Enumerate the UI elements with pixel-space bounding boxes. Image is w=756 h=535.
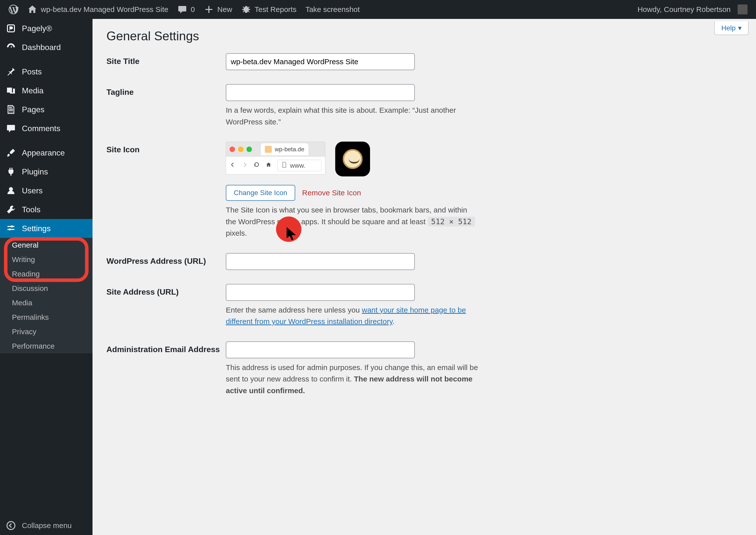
my-account[interactable]: Howdy, Courtney Robertson — [633, 0, 752, 19]
plug-icon — [6, 167, 16, 177]
mac-min-icon — [238, 147, 243, 152]
comments-link[interactable]: 0 — [173, 0, 200, 19]
menu-pages[interactable]: Pages — [0, 100, 93, 119]
menu-pagely[interactable]: Pagely® — [0, 19, 93, 38]
back-icon — [230, 161, 236, 170]
collapse-menu[interactable]: Collapse menu — [0, 516, 93, 535]
menu-pagely-label: Pagely® — [22, 24, 52, 33]
menu-dashboard-label: Dashboard — [22, 43, 61, 52]
site-name[interactable]: wp-beta.dev Managed WordPress Site — [23, 0, 173, 19]
submenu-media[interactable]: Media — [0, 296, 93, 310]
comments-icon — [6, 124, 16, 133]
label-tagline: Tagline — [106, 84, 226, 97]
collapse-label: Collapse menu — [22, 521, 72, 530]
pages-icon — [6, 104, 16, 114]
comments-count: 0 — [191, 5, 195, 14]
menu-comments-label: Comments — [22, 124, 61, 133]
brush-icon — [6, 148, 16, 158]
home-icon — [265, 161, 272, 170]
media-icon — [6, 86, 16, 96]
submenu-performance[interactable]: Performance — [0, 339, 93, 353]
screenshot-label: Take screenshot — [305, 5, 360, 14]
submenu-permalinks[interactable]: Permalinks — [0, 310, 93, 324]
row-wp-url: WordPress Address (URL) — [106, 253, 742, 270]
row-site-title: Site Title — [106, 53, 742, 70]
menu-media[interactable]: Media — [0, 81, 93, 100]
menu-users[interactable]: Users — [0, 181, 93, 200]
row-site-icon: Site Icon wp-beta.de — [106, 142, 742, 239]
label-site-title: Site Title — [106, 53, 226, 66]
submenu-privacy[interactable]: Privacy — [0, 324, 93, 339]
remove-site-icon-link[interactable]: Remove Site Icon — [302, 189, 361, 197]
test-reports-label: Test Reports — [255, 5, 296, 14]
submenu-writing[interactable]: Writing — [0, 252, 93, 267]
menu-tools[interactable]: Tools — [0, 200, 93, 219]
label-admin-email: Administration Email Address — [106, 341, 226, 354]
change-site-icon-button[interactable]: Change Site Icon — [226, 185, 295, 201]
submenu-discussion[interactable]: Discussion — [0, 281, 93, 296]
menu-settings[interactable]: Settings — [0, 219, 93, 238]
user-icon — [6, 185, 16, 196]
menu-posts[interactable]: Posts — [0, 62, 93, 81]
take-screenshot[interactable]: Take screenshot — [301, 0, 364, 19]
desc-site-icon: The Site Icon is what you see in browser… — [226, 204, 479, 239]
pin-icon — [6, 67, 16, 77]
svg-point-2 — [9, 228, 11, 230]
forward-icon — [241, 161, 248, 170]
avatar — [738, 5, 747, 14]
label-site-url: Site Address (URL) — [106, 284, 226, 296]
menu-media-label: Media — [22, 86, 43, 95]
menu-appearance[interactable]: Appearance — [0, 143, 93, 162]
new-content[interactable]: New — [200, 0, 237, 19]
submenu-reading[interactable]: Reading — [0, 267, 93, 281]
menu-dashboard[interactable]: Dashboard — [0, 38, 93, 57]
admin-bar: wp-beta.dev Managed WordPress Site 0 New… — [0, 0, 756, 19]
test-reports[interactable]: Test Reports — [237, 0, 301, 19]
favicon-preview-browser: wp-beta.de www. — [226, 142, 325, 174]
svg-point-3 — [7, 521, 15, 529]
chevron-down-icon: ▾ — [738, 24, 742, 32]
settings-submenu: General Writing Reading Discussion Media… — [0, 238, 93, 353]
mac-close-icon — [230, 147, 235, 152]
submenu-general[interactable]: General — [0, 238, 93, 252]
admin-menu: Pagely® Dashboard Posts Media Pages Comm… — [0, 19, 93, 535]
dashboard-icon — [6, 42, 16, 52]
bug-icon — [241, 5, 251, 14]
menu-plugins[interactable]: Plugins — [0, 162, 93, 181]
input-wp-url[interactable] — [226, 253, 415, 270]
comment-icon — [177, 5, 187, 14]
mac-max-icon — [246, 147, 252, 152]
row-admin-email: Administration Email Address This addres… — [106, 341, 742, 397]
desc-tagline: In a few words, explain what this site i… — [226, 104, 479, 127]
help-tab[interactable]: Help ▾ — [714, 21, 748, 35]
pagely-icon — [6, 23, 16, 33]
desc-admin-email: This address is used for admin purposes.… — [226, 362, 479, 397]
new-label: New — [217, 5, 232, 14]
input-tagline[interactable] — [226, 84, 415, 101]
site-name-label: wp-beta.dev Managed WordPress Site — [41, 5, 168, 14]
svg-point-1 — [11, 225, 13, 227]
desc-site-url: Enter the same address here unless you w… — [226, 304, 479, 327]
row-tagline: Tagline In a few words, explain what thi… — [106, 84, 742, 127]
sliders-icon — [6, 223, 16, 234]
input-site-title[interactable] — [226, 53, 415, 70]
collapse-icon — [6, 521, 16, 530]
reload-icon — [254, 161, 260, 170]
menu-comments[interactable]: Comments — [0, 119, 93, 138]
input-admin-email[interactable] — [226, 341, 415, 358]
label-site-icon: Site Icon — [106, 142, 226, 154]
row-site-url: Site Address (URL) Enter the same addres… — [106, 284, 742, 327]
browser-tab: wp-beta.de — [261, 143, 309, 155]
wordpress-icon — [9, 5, 18, 14]
url-text: www. — [290, 162, 305, 169]
menu-posts-label: Posts — [22, 67, 42, 76]
help-label: Help — [721, 24, 736, 32]
app-icon-preview — [335, 142, 370, 177]
input-site-url[interactable] — [226, 284, 415, 301]
wp-logo[interactable] — [4, 0, 23, 19]
wrench-icon — [6, 205, 16, 214]
menu-tools-label: Tools — [22, 205, 40, 214]
label-wp-url: WordPress Address (URL) — [106, 253, 226, 266]
page-doc-icon — [281, 161, 287, 170]
tab-title: wp-beta.de — [275, 146, 304, 153]
